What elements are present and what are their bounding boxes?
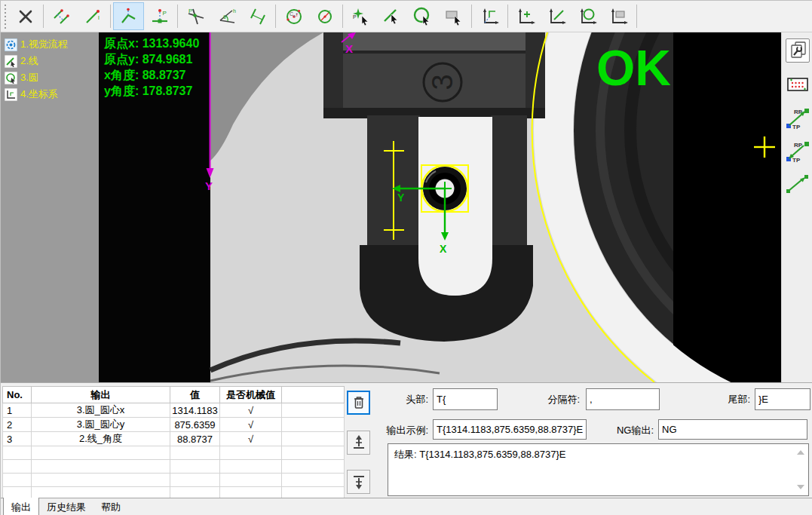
cell-check: √ [220, 403, 282, 418]
line-icon: l [83, 7, 103, 26]
fold-line-icon [119, 7, 139, 26]
deep-hole [673, 32, 781, 382]
table-row[interactable]: 1 3.圆_圆心x 1314.1183 √ [3, 403, 345, 418]
measure-line-distance-button[interactable] [242, 2, 273, 30]
measure-circle-radius-button[interactable]: rC [278, 2, 309, 30]
tail-field-label: 尾部: [694, 393, 750, 406]
clamp-block: 3 [323, 32, 545, 118]
output-table[interactable]: No. 输出 值 是否机械值 1 3.圆_圆心x 1314.1183 √ 2 3… [2, 386, 345, 501]
measure-angle-button[interactable]: θh [211, 2, 242, 30]
svg-text:P: P [188, 8, 192, 14]
ok-status-text: OK [596, 40, 671, 96]
measure-parallel-distance-button[interactable] [46, 2, 77, 30]
col-extra [282, 387, 345, 403]
info-line-3: x角度: 88.8737 [104, 68, 186, 81]
tree-item-label: 1.视觉流程 [20, 38, 68, 51]
pick-circle-icon [413, 7, 433, 26]
svg-text:C: C [290, 11, 293, 17]
vision-flow-icon [5, 38, 17, 51]
svg-text:h: h [233, 8, 236, 14]
table-row[interactable]: 2 3.圆_圆心y 875.6359 √ [3, 418, 345, 432]
move-to-top-button[interactable] [347, 431, 370, 455]
coord-circle-icon [578, 7, 598, 26]
toolbar-separator [342, 5, 343, 28]
table-row[interactable]: 3 2.线_角度 88.8737 √ [3, 432, 345, 446]
camera-viewport[interactable]: 3 Y [99, 32, 781, 382]
table-header-row: No. 输出 值 是否机械值 [3, 387, 345, 403]
measure-fold-line-button[interactable] [113, 2, 144, 30]
move-to-bottom-button[interactable] [347, 470, 370, 494]
move-vector-icon [784, 173, 811, 195]
coord-from-rect-button[interactable] [603, 2, 634, 30]
col-no: No. [3, 387, 32, 403]
tree-item-coordinate[interactable]: 4.坐标系 [3, 86, 99, 103]
svg-text:P: P [353, 14, 357, 20]
table-row-empty [3, 474, 345, 487]
measure-line-button[interactable]: l [77, 2, 108, 30]
tab-history[interactable]: 历史结果 [39, 498, 93, 515]
coord-from-line-button[interactable] [541, 2, 572, 30]
rp-tp-move-down-button[interactable]: RP TP [784, 139, 811, 164]
cell-output: 3.圆_圆心x [32, 403, 170, 418]
coord-from-circle-button[interactable] [572, 2, 603, 30]
pick-line-icon [382, 7, 402, 26]
intersection-point-icon: P [186, 7, 206, 26]
flow-tree: 1.视觉流程 2.线 3.圆 4.坐标系 [1, 32, 99, 382]
svg-text:TP: TP [792, 157, 801, 164]
tree-item-label: 4.坐标系 [20, 87, 58, 101]
measure-intersection-button[interactable]: P [180, 2, 211, 30]
pick-line-button[interactable] [376, 2, 407, 30]
coordinate-system-button[interactable] [474, 2, 505, 30]
tool-pages-icon [787, 41, 808, 60]
bottom-tabbar: 输出 历史结果 帮助 [1, 498, 812, 515]
header-field-label: 头部: [381, 393, 428, 406]
info-line-1: 原点x: 1313.9640 [103, 37, 199, 51]
move-bottom-icon [349, 472, 369, 492]
pick-rect-button[interactable] [438, 2, 469, 30]
angle-icon: θh [217, 7, 237, 26]
measure-circle-center-button[interactable]: c [309, 2, 340, 30]
tab-help[interactable]: 帮助 [93, 498, 128, 515]
tool-pages-button[interactable] [786, 38, 810, 63]
svg-text:r: r [296, 12, 299, 17]
coord-point-icon [516, 7, 536, 26]
tree-item-vision-flow[interactable]: 1.视觉流程 [3, 36, 99, 53]
result-box[interactable]: 结果: T{1314.1183,875.6359,88.8737}E [388, 443, 809, 496]
cell-no: 3 [3, 432, 32, 446]
header-field-input[interactable] [433, 388, 498, 410]
pick-point-icon: P [351, 7, 371, 26]
machine-axis-y-label: Y [205, 179, 213, 192]
main-toolbar: l P P θh rC [1, 1, 812, 32]
pick-circle-button[interactable] [407, 2, 438, 30]
point-to-line-icon: P [150, 7, 170, 26]
output-panel: No. 输出 值 是否机械值 1 3.圆_圆心x 1314.1183 √ 2 3… [1, 382, 812, 515]
cancel-tool-button[interactable] [10, 2, 41, 30]
delete-row-button[interactable] [347, 391, 370, 415]
scroll-down-icon[interactable] [797, 485, 804, 489]
right-rail: RP TP RP TP [781, 32, 812, 382]
main-area: 1.视觉流程 2.线 3.圆 4.坐标系 [1, 32, 812, 382]
separator-field-input[interactable] [586, 388, 660, 410]
move-vector-button[interactable] [784, 173, 811, 195]
toolbar-separator [636, 5, 637, 28]
pick-point-button[interactable]: P [345, 2, 376, 30]
ng-output-input[interactable] [658, 419, 807, 440]
rp-tp-move-up-button[interactable]: RP TP [784, 106, 811, 130]
toolbar-grip[interactable] [3, 5, 8, 29]
coord-from-point-button[interactable] [510, 2, 541, 30]
tab-output[interactable]: 输出 [3, 498, 39, 515]
app-window: l P P θh rC [0, 0, 812, 515]
separator-field-label: 分隔符: [521, 393, 580, 406]
circle-step-icon [5, 72, 17, 84]
cell-check: √ [220, 418, 282, 432]
circle-radius-icon: rC [284, 7, 304, 26]
tree-item-label: 3.圆 [20, 71, 38, 84]
tree-item-circle[interactable]: 3.圆 [3, 69, 99, 86]
scroll-up-icon[interactable] [797, 450, 804, 455]
example-field-input[interactable] [433, 419, 587, 440]
tail-field-input[interactable] [755, 388, 810, 410]
svg-text:P: P [162, 10, 166, 17]
calibration-target-button[interactable] [784, 75, 811, 94]
tree-item-line[interactable]: 2.线 [3, 53, 99, 69]
measure-point-to-line-button[interactable]: P [144, 2, 175, 30]
